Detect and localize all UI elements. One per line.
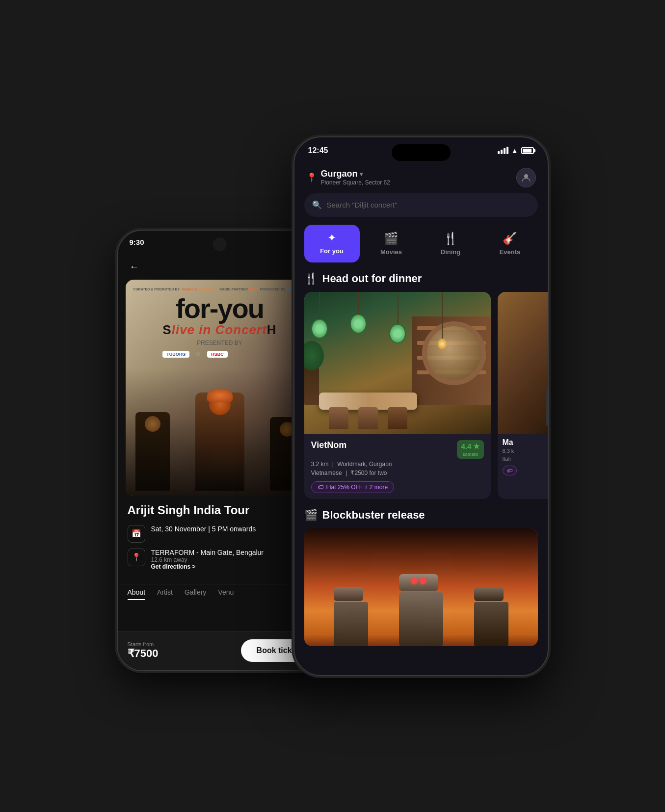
right-phone: 12:45 ▲ 📍 Gurgaon ▾ Pioneer Square, (293, 136, 549, 676)
venue-distance: 12.6 km away (151, 556, 312, 563)
location-text: Gurgaon ▾ Pioneer Square, Sector 62 (321, 169, 390, 186)
concert-logos: CURATED & PROMOTED BY insider.in feeverl… (133, 288, 306, 291)
singer-figure (126, 373, 314, 491)
concert-title: for-you Slive in ConcertH PRESENTED BY T… (162, 295, 276, 358)
wifi-icon: ▲ (511, 147, 518, 155)
offer-icon: 🏷 (318, 484, 323, 491)
restaurant-cuisine-second: Itali (498, 456, 548, 464)
robot-right (474, 587, 508, 646)
search-bar[interactable]: 🔍 Search "Diljit concert" (304, 193, 538, 217)
artist-surname: Slive in ConcertH (162, 322, 276, 338)
offer-tag: 🏷 Flat 25% OFF + 2 more (311, 481, 395, 493)
event-date: Sat, 30 November | 5 PM onwards (151, 525, 312, 533)
movies-label: Movies (380, 248, 402, 256)
blockbuster-icon: 🎬 (304, 509, 318, 522)
location-header: 📍 Gurgaon ▾ Pioneer Square, Sector 62 (294, 164, 548, 193)
blockbuster-section: 🎬 Blockbuster release (294, 499, 548, 646)
left-time: 9:30 (130, 238, 144, 246)
search-icon: 🔍 (312, 200, 322, 210)
location-icon: 📍 (128, 549, 145, 566)
tab-movies[interactable]: 🎬 Movies (364, 225, 419, 262)
directions-link[interactable]: Get directions > (151, 563, 312, 570)
restaurant-info: VietNom 4.4 ★ zomato 3.2 km | Worldmark,… (304, 434, 491, 499)
restaurant-card-vietnam[interactable]: VietNom 4.4 ★ zomato 3.2 km | Worldmark,… (304, 292, 491, 499)
restaurant-image (304, 292, 491, 434)
artist-name: for-you (162, 295, 276, 322)
status-icons: ▲ (498, 147, 534, 155)
user-avatar[interactable] (516, 168, 536, 187)
scroll-indicator (546, 387, 548, 426)
sponsors: TUBORG ✕ HSBC (162, 350, 276, 358)
blockbuster-header: 🎬 Blockbuster release (304, 509, 538, 522)
category-tabs: ✦ For you 🎬 Movies 🍴 Dining 🎸 Events (294, 225, 548, 262)
restaurant-image-second (498, 292, 548, 434)
back-button[interactable]: ← (126, 258, 143, 276)
event-tabs: About Artist Gallery Venu (118, 584, 322, 604)
rating-badge: 4.4 ★ zomato (457, 440, 483, 459)
tab-for-you[interactable]: ✦ For you (304, 225, 360, 262)
restaurant-card-second[interactable]: Ma 8.3 k Itali 🏷 (498, 292, 548, 499)
search-placeholder: Search "Diljit concert" (327, 201, 398, 209)
movie-card[interactable] (304, 528, 538, 646)
event-details: Arijit Singh India Tour 📅 Sat, 30 Novemb… (118, 496, 322, 584)
for-you-label: For you (320, 247, 344, 255)
offer-tag-second: 🏷 (503, 466, 517, 475)
left-phone: 9:30 ← CURATED & PROMOTED BY insider.in … (117, 230, 323, 671)
price-section: Starts from ₹7500 (128, 641, 159, 660)
event-title: Arijit Singh India Tour (128, 503, 312, 517)
movies-icon: 🎬 (384, 232, 399, 245)
left-guitarist (135, 412, 170, 491)
tab-dining[interactable]: 🍴 Dining (423, 225, 479, 262)
event-date-row: 📅 Sat, 30 November | 5 PM onwards (128, 525, 312, 543)
dynamic-island (392, 144, 451, 161)
rating-source: zomato (463, 452, 479, 457)
dining-label: Dining (441, 248, 460, 256)
tab-about[interactable]: About (128, 588, 146, 600)
restaurant-name-row: VietNom 4.4 ★ zomato (311, 440, 484, 459)
signal-icon (498, 147, 508, 154)
tab-artist[interactable]: Artist (157, 588, 173, 600)
location-address: Pioneer Square, Sector 62 (321, 179, 390, 186)
tab-gallery[interactable]: Gallery (185, 588, 206, 600)
venue-name: TERRAFORM - Main Gate, Bengalur (151, 549, 312, 556)
movie-card-inner (304, 528, 538, 646)
restaurant-meta: 3.2 km | Worldmark, Gurgaon (311, 461, 484, 468)
location-pin-icon: 📍 (306, 172, 317, 183)
sponsor-hsbc: HSBC (207, 351, 228, 358)
restaurant-cuisine: Vietnamese | ₹2500 for two (311, 470, 484, 476)
events-label: Events (500, 248, 521, 256)
tab-events[interactable]: 🎸 Events (482, 225, 538, 262)
rating-score: 4.4 ★ (461, 442, 479, 451)
events-icon: 🎸 (503, 232, 517, 245)
city-name[interactable]: Gurgaon ▾ (321, 169, 390, 179)
tab-venue[interactable]: Venu (218, 588, 234, 600)
dining-section-icon: 🍴 (304, 272, 318, 285)
chevron-down-icon: ▾ (360, 171, 363, 178)
robot-left (334, 587, 368, 646)
dining-section-title: Head out for dinner (322, 272, 422, 285)
dining-section-header: 🍴 Head out for dinner (294, 272, 548, 292)
location-left: 📍 Gurgaon ▾ Pioneer Square, Sector 62 (306, 169, 390, 186)
right-time: 12:45 (308, 146, 328, 155)
restaurant-name-second: Ma (498, 434, 548, 448)
restaurant-name: VietNom (311, 440, 347, 450)
robot-center (399, 574, 443, 646)
dining-icon: 🍴 (443, 232, 458, 245)
ticket-price: ₹7500 (128, 647, 159, 660)
svg-point-0 (524, 174, 528, 178)
center-singer (195, 393, 244, 491)
calendar-icon: 📅 (128, 525, 145, 543)
booking-bar: Starts from ₹7500 Book ticke (118, 631, 322, 670)
presented-by: PRESENTED BY (162, 340, 276, 346)
restaurant-meta-second: 8.3 k (498, 448, 548, 456)
singer-silhouette (126, 368, 314, 496)
event-venue-row: 📍 TERRAFORM - Main Gate, Bengalur 12.6 k… (128, 549, 312, 570)
restaurant-scroll: VietNom 4.4 ★ zomato 3.2 km | Worldmark,… (294, 292, 548, 499)
concert-poster: CURATED & PROMOTED BY insider.in feeverl… (126, 280, 314, 496)
blockbuster-title: Blockbuster release (322, 509, 425, 522)
left-phone-camera (213, 237, 227, 251)
starts-from-label: Starts from (128, 641, 159, 647)
sponsor-tuborg: TUBORG (162, 351, 189, 358)
offer-icon-second: 🏷 (507, 468, 512, 473)
for-you-icon: ✦ (327, 232, 336, 244)
